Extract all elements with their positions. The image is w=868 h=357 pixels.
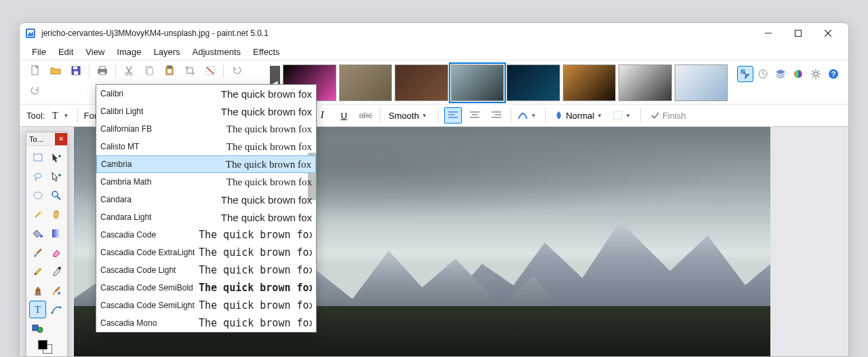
- thumbnail-capybara[interactable]: [563, 64, 616, 101]
- move-selection-tool[interactable]: [47, 168, 64, 185]
- font-option[interactable]: Cambria MathThe quick brown fox: [96, 173, 316, 191]
- font-option[interactable]: Cascadia Code LightThe quick brown fox: [96, 261, 316, 279]
- lasso-select-tool[interactable]: [29, 168, 46, 185]
- thumbnail-puppy-bw[interactable]: [618, 64, 671, 101]
- font-option-name: Calibri: [100, 89, 199, 98]
- close-button[interactable]: [813, 23, 843, 43]
- font-option[interactable]: Cascadia CodeThe quick brown fox: [96, 226, 316, 244]
- maximize-button[interactable]: [783, 23, 813, 43]
- settings-button[interactable]: [808, 66, 824, 82]
- magic-wand-tool[interactable]: [29, 206, 46, 223]
- menu-layers[interactable]: Layers: [148, 45, 185, 59]
- history-window-toggle[interactable]: [755, 66, 771, 82]
- redo-button[interactable]: [26, 82, 44, 100]
- blend-mode-combo[interactable]: Normal▼: [551, 107, 608, 124]
- svg-point-42: [34, 192, 42, 199]
- titlebar[interactable]: jericho-cervantes-Uj3MMovyKM4-unsplash.j…: [20, 23, 848, 43]
- svg-text:T: T: [52, 111, 58, 121]
- copy-button[interactable]: [140, 62, 158, 79]
- paste-button[interactable]: [161, 62, 178, 79]
- color-swatches[interactable]: [38, 343, 56, 355]
- open-button[interactable]: [47, 62, 64, 79]
- tools-window[interactable]: To... ✕ T: [26, 132, 68, 356]
- font-option[interactable]: Cascadia Code SemiLightThe quick brown f…: [96, 297, 316, 314]
- help-button[interactable]: ?: [825, 66, 842, 82]
- font-option[interactable]: Calibri LightThe quick brown fox: [96, 102, 316, 120]
- pencil-tool[interactable]: [29, 263, 46, 280]
- tools-window-close[interactable]: ✕: [55, 133, 67, 145]
- shapes-tool[interactable]: [29, 320, 46, 337]
- selection-clip-toggle[interactable]: ▼: [612, 107, 635, 124]
- font-option-preview: The quick brown fox: [199, 194, 312, 206]
- deselect-button[interactable]: [201, 62, 219, 79]
- pan-tool[interactable]: [47, 206, 64, 223]
- tools-window-titlebar[interactable]: To... ✕: [26, 132, 67, 146]
- font-option-preview: The quick brown fox: [199, 317, 312, 329]
- zoom-tool[interactable]: [47, 187, 64, 204]
- font-option-preview: The quick brown fox: [199, 88, 312, 100]
- new-button[interactable]: [26, 62, 44, 79]
- font-option[interactable]: Candara LightThe quick brown fox: [96, 208, 316, 226]
- font-option-preview: The quick brown fox: [199, 264, 312, 276]
- font-option[interactable]: Calisto MTThe quick brown fox: [96, 138, 316, 155]
- font-option[interactable]: Californian FBThe quick brown fox: [96, 120, 316, 138]
- paint-bucket-tool[interactable]: [29, 225, 46, 242]
- strikeout-button[interactable]: abc: [357, 107, 374, 124]
- thumbnail-cat-stretch[interactable]: [395, 64, 448, 101]
- thumbnail-snow-walker[interactable]: [675, 64, 728, 101]
- font-option[interactable]: Cascadia Code ExtraLightThe quick brown …: [96, 244, 316, 261]
- font-option-name: Cascadia Code: [100, 230, 199, 240]
- align-center-button[interactable]: [466, 107, 484, 124]
- font-option[interactable]: Cascadia Code SemiBoldThe quick brown fo…: [96, 279, 316, 297]
- thumbnail-mountain-lake[interactable]: [451, 64, 504, 101]
- align-left-button[interactable]: [444, 107, 462, 124]
- text-tool[interactable]: T: [29, 301, 46, 318]
- recolor-tool[interactable]: [47, 282, 64, 299]
- menu-effects[interactable]: Effects: [248, 45, 285, 59]
- tools-window-toggle[interactable]: [737, 66, 753, 82]
- align-right-button[interactable]: [488, 107, 505, 124]
- paintbrush-tool[interactable]: [29, 244, 46, 261]
- font-option-name: Cambria: [101, 159, 199, 169]
- menu-adjustments[interactable]: Adjustments: [186, 45, 246, 59]
- thumbnail-city-night[interactable]: [507, 64, 559, 101]
- menu-image[interactable]: Image: [111, 45, 146, 59]
- svg-rect-11: [100, 67, 105, 69]
- undo-button[interactable]: [228, 62, 245, 79]
- antialias-toggle[interactable]: ▼: [517, 107, 540, 124]
- underline-button[interactable]: U: [335, 107, 353, 124]
- font-option[interactable]: CalibriThe quick brown fox: [96, 85, 316, 102]
- text-rendering-combo[interactable]: Smooth▼: [386, 107, 433, 124]
- layers-window-toggle[interactable]: [772, 66, 789, 82]
- color-picker-tool[interactable]: [47, 263, 64, 280]
- menu-view[interactable]: View: [80, 45, 110, 59]
- thumbnail-cat-bed[interactable]: [339, 64, 392, 101]
- rectangle-select-tool[interactable]: [29, 149, 46, 166]
- svg-point-13: [125, 73, 128, 75]
- eraser-tool[interactable]: [47, 244, 64, 261]
- svg-text:T: T: [35, 304, 41, 315]
- clone-stamp-tool[interactable]: [29, 282, 46, 299]
- tool-chooser[interactable]: T▼: [49, 107, 72, 124]
- colors-window-toggle[interactable]: [790, 66, 806, 82]
- minimize-button[interactable]: [753, 23, 783, 43]
- cut-button[interactable]: [120, 62, 138, 79]
- font-option[interactable]: CandaraThe quick brown fox: [96, 191, 316, 208]
- gradient-tool[interactable]: [47, 225, 64, 242]
- menu-file[interactable]: File: [26, 45, 52, 59]
- move-selected-pixels-tool[interactable]: [47, 149, 64, 166]
- finish-button[interactable]: Finish: [646, 107, 690, 124]
- menu-edit[interactable]: Edit: [53, 45, 79, 59]
- font-dropdown[interactable]: CalibriThe quick brown foxCalibri LightT…: [96, 84, 317, 333]
- font-option-preview: The quick brown fox: [199, 246, 312, 259]
- print-button[interactable]: [94, 62, 111, 79]
- font-option[interactable]: Cascadia MonoThe quick brown fox: [96, 314, 316, 332]
- save-button[interactable]: [67, 62, 85, 79]
- svg-point-54: [59, 307, 61, 309]
- svg-text:?: ?: [831, 70, 836, 78]
- font-option[interactable]: CambriaThe quick brown fox: [96, 155, 316, 173]
- crop-button[interactable]: [181, 62, 199, 79]
- svg-rect-3: [795, 31, 802, 37]
- line-curve-tool[interactable]: [47, 301, 64, 318]
- ellipse-select-tool[interactable]: [29, 187, 46, 204]
